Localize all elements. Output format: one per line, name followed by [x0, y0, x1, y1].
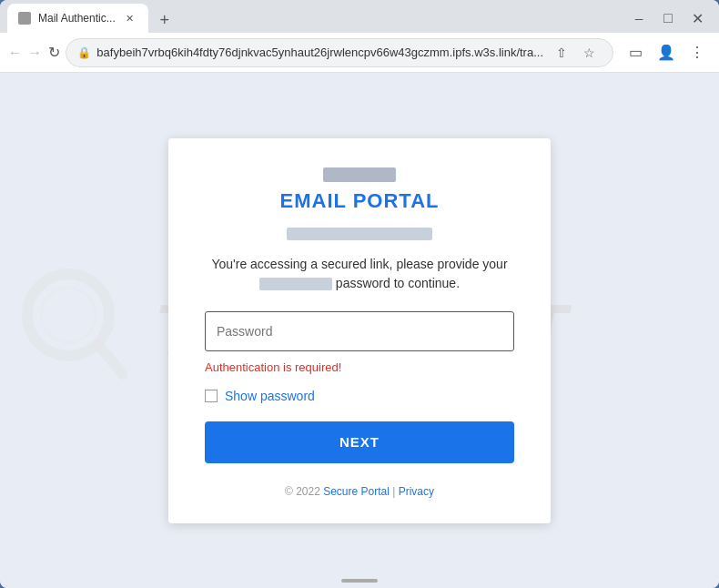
- error-message: Authentication is required!: [205, 360, 514, 374]
- active-tab[interactable]: Mail Authentic... ✕: [7, 4, 148, 33]
- show-password-label[interactable]: Show password: [225, 389, 315, 403]
- url-text: bafybeih7vrbq6kih4fdty76djnkvac5ynhaut26…: [96, 46, 543, 59]
- svg-line-1: [98, 345, 123, 374]
- minimize-button[interactable]: ‒: [624, 4, 653, 33]
- extensions-icon[interactable]: ▭: [621, 38, 650, 67]
- scroll-hint: [341, 579, 378, 583]
- email-placeholder: [287, 228, 432, 240]
- share-icon[interactable]: ⇧: [549, 40, 574, 66]
- content-area: TIGHTENITT EMAIL PORTAL You're accessing…: [0, 73, 719, 588]
- privacy-link[interactable]: Privacy: [399, 485, 434, 498]
- menu-icon[interactable]: ⋮: [683, 38, 712, 67]
- reload-button[interactable]: ↻: [46, 38, 62, 67]
- description-after: password to continue.: [336, 276, 460, 290]
- footer-separator: |: [392, 485, 395, 498]
- browser-window: Mail Authentic... ✕ + ‒ □ ✕ ← → ↻ 🔒 bafy…: [0, 0, 719, 588]
- address-actions: ⇧ ☆: [549, 40, 602, 66]
- tab-close-button[interactable]: ✕: [123, 11, 137, 25]
- star-icon[interactable]: ☆: [576, 40, 602, 66]
- svg-point-2: [41, 288, 96, 342]
- show-password-row: Show password: [205, 389, 514, 403]
- blurred-service-name: [259, 278, 332, 290]
- lock-icon: 🔒: [77, 46, 91, 59]
- toolbar-right: ▭ 👤 ⋮: [621, 38, 712, 67]
- svg-point-0: [27, 274, 109, 356]
- card-description: You're accessing a secured link, please …: [205, 255, 514, 293]
- tab-favicon: [18, 12, 31, 25]
- address-bar[interactable]: 🔒 bafybeih7vrbq6kih4fdty76djnkvac5ynhaut…: [66, 38, 613, 67]
- show-password-checkbox[interactable]: [205, 390, 218, 402]
- card-footer: © 2022 Secure Portal | Privacy: [205, 485, 514, 498]
- close-button[interactable]: ✕: [683, 4, 712, 33]
- new-tab-button[interactable]: +: [152, 7, 177, 33]
- description-before: You're accessing a secured link, please …: [211, 257, 507, 271]
- secure-portal-link[interactable]: Secure Portal: [323, 485, 390, 498]
- maximize-button[interactable]: □: [653, 4, 683, 33]
- logo-placeholder: [323, 167, 396, 182]
- toolbar: ← → ↻ 🔒 bafybeih7vrbq6kih4fdty76djnkvac5…: [0, 33, 719, 73]
- password-input[interactable]: [205, 311, 514, 351]
- tab-bar: Mail Authentic... ✕ + ‒ □ ✕: [0, 0, 719, 33]
- card-title: EMAIL PORTAL: [205, 189, 514, 213]
- login-card: EMAIL PORTAL You're accessing a secured …: [168, 138, 551, 523]
- back-button[interactable]: ←: [7, 38, 23, 67]
- copyright-text: © 2022: [285, 485, 320, 498]
- next-button[interactable]: NEXT: [205, 421, 514, 463]
- forward-button[interactable]: →: [26, 38, 42, 67]
- watermark-magnifier: [18, 265, 127, 396]
- tab-label: Mail Authentic...: [38, 12, 116, 25]
- profile-icon[interactable]: 👤: [652, 38, 681, 67]
